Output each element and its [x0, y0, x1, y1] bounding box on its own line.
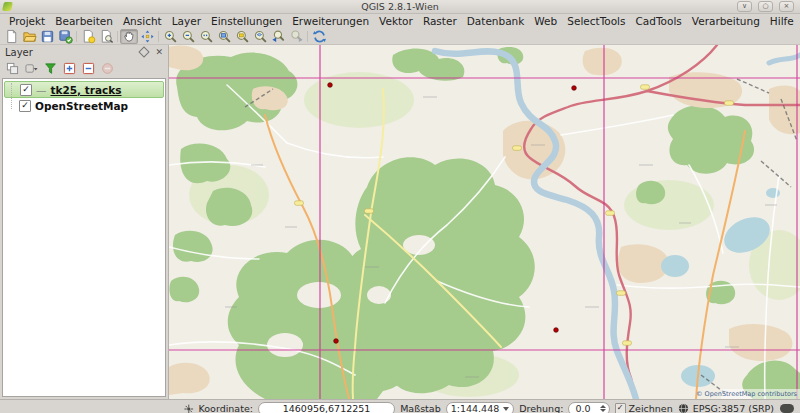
menu-ansicht[interactable]: Ansicht: [118, 15, 167, 27]
new-composer-button[interactable]: [79, 29, 97, 44]
zoom-next-icon: [289, 29, 304, 44]
main-toolbar: [0, 28, 800, 45]
menu-bearbeiten[interactable]: Bearbeiten: [50, 15, 118, 27]
coordinate-input[interactable]: [258, 402, 395, 413]
spin-up-icon[interactable]: [600, 405, 606, 408]
open-project-icon: [22, 29, 37, 44]
remove-layer-icon: [101, 62, 114, 75]
menu-layer[interactable]: Layer: [167, 15, 206, 27]
new-composer-icon: [81, 29, 96, 44]
refresh-map-button[interactable]: [310, 29, 328, 44]
visibility-presets-icon: [25, 62, 38, 75]
collapse-all-icon: [82, 62, 95, 75]
new-project-icon: [4, 29, 19, 44]
checkbox-check-icon: ✓: [615, 403, 626, 413]
rotation-spinbox[interactable]: 0.0: [568, 402, 609, 413]
pan-to-selection-icon: [140, 29, 155, 44]
globe-icon: [678, 403, 689, 413]
map-canvas[interactable]: © OpenStreetMap contributors: [169, 45, 800, 399]
add-group-icon: [6, 62, 19, 75]
pan-to-selection-button[interactable]: [138, 29, 156, 44]
message-log-icon[interactable]: [780, 404, 794, 413]
menu-einstellungen[interactable]: Einstellungen: [206, 15, 287, 27]
menu-hilfe[interactable]: Hilfe: [765, 15, 799, 27]
menu-verarbeitung[interactable]: Verarbeitung: [687, 15, 765, 27]
layer-checkbox[interactable]: ✓: [20, 84, 32, 96]
expand-all-icon: [63, 62, 76, 75]
filter-legend-icon: [44, 62, 57, 75]
zoom-full-extent-icon: [217, 29, 232, 44]
zoom-in-button[interactable]: [161, 29, 179, 44]
zoom-out-icon: [181, 29, 196, 44]
pan-map-button[interactable]: [120, 29, 138, 44]
status-bar: Koordinate: Maßstab 1:144.448 Drehung: 0…: [0, 399, 800, 413]
rotation-label: Drehung:: [519, 403, 563, 413]
menu-selecttools[interactable]: SelectTools: [562, 15, 630, 27]
menu-bar: Projekt Bearbeiten Ansicht Layer Einstel…: [0, 14, 800, 28]
rotation-value: 0.0: [575, 403, 599, 413]
menu-vektor[interactable]: Vektor: [374, 15, 418, 27]
osm-attribution: © OpenStreetMap contributors: [696, 390, 798, 398]
scale-combo[interactable]: 1:144.448: [446, 402, 515, 413]
menu-projekt[interactable]: Projekt: [4, 15, 50, 27]
filter-legend-button[interactable]: [43, 61, 58, 76]
add-group-button[interactable]: [5, 61, 20, 76]
open-project-button[interactable]: [20, 29, 38, 44]
zoom-to-selection-button[interactable]: [233, 29, 251, 44]
maximize-icon[interactable]: ○: [758, 1, 773, 12]
tracking-icon[interactable]: [184, 403, 194, 413]
menu-web[interactable]: Web: [529, 15, 562, 27]
tree-guide-line: [11, 83, 12, 109]
zoom-in-icon: [163, 29, 178, 44]
layer-name: tk25, tracks: [51, 84, 122, 96]
spin-down-icon[interactable]: [600, 409, 606, 412]
menu-datenbank[interactable]: Datenbank: [462, 15, 530, 27]
line-symbol: —: [36, 84, 47, 96]
save-project-button[interactable]: [38, 29, 56, 44]
layer-tree[interactable]: ✓ — tk25, tracks ✓ OpenStreetMap: [2, 78, 166, 397]
dock-close-icon[interactable]: ✕: [155, 48, 163, 57]
menu-raster[interactable]: Raster: [418, 15, 462, 27]
save-project-as-icon: [58, 29, 73, 44]
menu-cadtools[interactable]: CadTools: [631, 15, 687, 27]
title-bar: QGIS 2.8.1-Wien ∨ ○ ×: [0, 0, 800, 14]
menu-erweiterungen[interactable]: Erweiterungen: [287, 15, 374, 27]
render-checkbox[interactable]: ✓ Zeichnen: [615, 403, 673, 413]
refresh-icon: [312, 29, 327, 44]
zoom-last-button[interactable]: [269, 29, 287, 44]
collapse-all-button[interactable]: [81, 61, 96, 76]
render-label: Zeichnen: [629, 403, 673, 413]
dock-float-icon[interactable]: [139, 46, 150, 57]
save-project-as-button[interactable]: [56, 29, 74, 44]
pan-icon: [122, 29, 137, 44]
zoom-to-selection-icon: [235, 29, 250, 44]
visibility-presets-button[interactable]: [24, 61, 39, 76]
coordinate-label: Koordinate:: [199, 403, 253, 413]
expand-all-button[interactable]: [62, 61, 77, 76]
remove-layer-button[interactable]: [100, 61, 115, 76]
layer-item-tk25-tracks[interactable]: ✓ — tk25, tracks: [4, 81, 164, 98]
scale-label: Maßstab: [400, 403, 441, 413]
crs-status[interactable]: EPSG:3857 (SRP): [693, 403, 774, 413]
composer-manager-button[interactable]: [97, 29, 115, 44]
save-project-icon: [40, 29, 55, 44]
layer-name: OpenStreetMap: [35, 100, 128, 112]
zoom-full-extent-button[interactable]: [215, 29, 233, 44]
new-project-button[interactable]: [2, 29, 20, 44]
layer-checkbox[interactable]: ✓: [19, 100, 31, 112]
scale-value: 1:144.448: [451, 403, 500, 413]
close-icon[interactable]: ×: [779, 1, 794, 12]
composer-manager-icon: [99, 29, 114, 44]
zoom-last-icon: [271, 29, 286, 44]
layer-item-openstreetmap[interactable]: ✓ OpenStreetMap: [4, 98, 164, 113]
layer-panel: Layer ✕ ✓ — tk25, tracks ✓ OpenStreetMap: [0, 45, 169, 399]
zoom-out-button[interactable]: [179, 29, 197, 44]
zoom-actual-size-button[interactable]: [197, 29, 215, 44]
zoom-to-layer-icon: [253, 29, 268, 44]
minimize-icon[interactable]: ∨: [737, 1, 752, 12]
chevron-down-icon: [503, 407, 509, 411]
zoom-next-button[interactable]: [287, 29, 305, 44]
layer-panel-title: Layer: [5, 47, 33, 58]
zoom-to-layer-button[interactable]: [251, 29, 269, 44]
window-title: QGIS 2.8.1-Wien: [361, 1, 439, 12]
